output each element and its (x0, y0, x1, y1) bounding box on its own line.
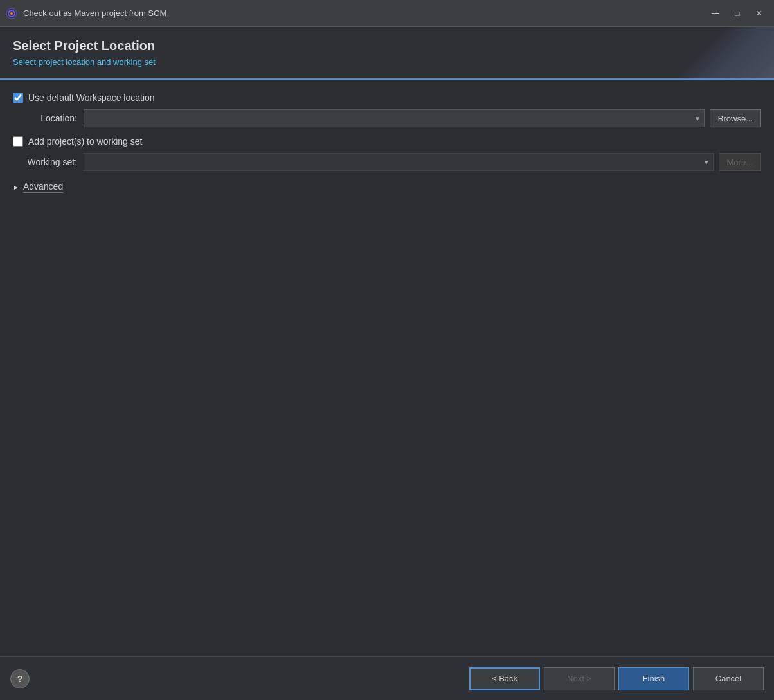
footer-left: ? (10, 669, 30, 688)
browse-button[interactable]: Browse... (710, 109, 761, 127)
advanced-label: Advanced (23, 181, 63, 193)
use-default-workspace-checkbox[interactable] (13, 93, 23, 103)
footer-buttons: < Back Next > Finish Cancel (469, 667, 764, 690)
advanced-toggle-icon: ► (13, 184, 19, 191)
close-button[interactable]: ✕ (750, 6, 769, 21)
finish-button[interactable]: Finish (618, 667, 689, 690)
dialog-footer: ? < Back Next > Finish Cancel (0, 656, 774, 700)
advanced-section[interactable]: ► Advanced (13, 181, 63, 193)
location-row: Location: ▼ Browse... (13, 109, 761, 127)
svg-point-2 (10, 12, 13, 15)
page-title: Select Project Location (13, 39, 761, 53)
dialog-header: Select Project Location Select project l… (0, 27, 774, 80)
location-label: Location: (13, 113, 77, 123)
working-set-row: Working set: ▼ More... (13, 153, 761, 171)
working-set-select-wrapper: ▼ (84, 153, 714, 171)
working-set-input-wrapper: ▼ More... (84, 153, 761, 171)
title-bar-left: Check out as Maven project from SCM (5, 7, 166, 20)
location-select-wrapper: ▼ (84, 109, 705, 127)
cancel-button[interactable]: Cancel (693, 667, 764, 690)
more-button[interactable]: More... (719, 153, 761, 171)
maximize-button[interactable]: □ (728, 6, 747, 21)
use-default-workspace-label[interactable]: Use default Workspace location (28, 93, 155, 103)
working-set-label: Working set: (13, 157, 77, 167)
title-bar: Check out as Maven project from SCM — □ … (0, 0, 774, 27)
add-to-working-set-checkbox[interactable] (13, 136, 23, 147)
window-title: Check out as Maven project from SCM (23, 8, 166, 18)
dialog-content: Use default Workspace location Location:… (0, 80, 774, 656)
use-default-workspace-row: Use default Workspace location (13, 93, 761, 103)
window-controls: — □ ✕ (706, 6, 769, 21)
next-button[interactable]: Next > (544, 667, 615, 690)
help-button[interactable]: ? (10, 669, 30, 688)
page-subtitle: Select project location and working set (13, 57, 761, 67)
back-button[interactable]: < Back (469, 667, 540, 690)
location-input-wrapper: ▼ Browse... (84, 109, 761, 127)
app-icon (5, 7, 18, 20)
add-to-working-set-label[interactable]: Add project(s) to working set (28, 136, 142, 147)
working-set-select[interactable] (84, 153, 714, 171)
location-input[interactable] (84, 109, 705, 127)
add-to-working-set-row: Add project(s) to working set (13, 136, 761, 147)
minimize-button[interactable]: — (706, 6, 725, 21)
